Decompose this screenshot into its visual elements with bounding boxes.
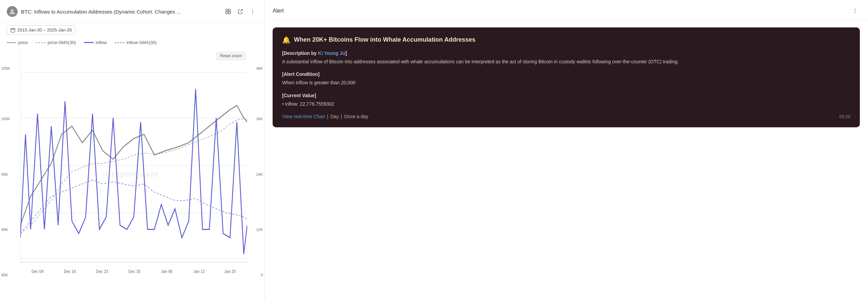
current-value-bullet: • (282, 101, 284, 107)
y-right-36k: 36K (256, 117, 263, 121)
date-range-button[interactable]: 2015-Jan-30 ~ 2025-Jan-26 (7, 25, 76, 35)
svg-rect-2 (229, 9, 231, 11)
svg-text:Jan 13: Jan 13 (193, 269, 205, 274)
svg-rect-1 (226, 9, 228, 11)
svg-point-23 (855, 9, 855, 9)
svg-point-25 (855, 12, 855, 13)
y-left-100k: 100K (1, 117, 10, 121)
alert-footer: View real-time Chart | Day | Once a day … (282, 114, 850, 119)
legend-inflow-sma: inflow-SMA(30) (115, 40, 157, 45)
chart-svg: Dec 09 Dec 16 Dec 23 Dec 30 Jan 06 Jan 1… (20, 52, 247, 283)
y-left-85k: 85K (1, 273, 8, 277)
legend-inflow-sma-label: inflow-SMA(30) (126, 40, 157, 45)
svg-point-5 (252, 9, 253, 10)
alert-card: 🔔 When 20K+ Bitcoins Flow into Whale Acc… (273, 27, 860, 127)
description-label: [Description by Ki Young Ju] (282, 50, 850, 56)
ki-young-ju-link[interactable]: Ki Young Ju (318, 50, 345, 56)
date-range-text: 2015-Jan-30 ~ 2025-Jan-26 (17, 27, 72, 33)
y-right-48k: 48K (256, 66, 263, 70)
current-value-body: • inflow: 22,776.7559302 (282, 100, 850, 108)
svg-rect-8 (11, 28, 15, 32)
svg-rect-3 (226, 12, 228, 14)
y-right-0: 0 (261, 273, 263, 277)
description-body: A substantial inflow of Bitcoin into add… (282, 58, 850, 65)
current-value-label: [Current Value] (282, 93, 850, 98)
alert-condition-body: When inflow is greater than 20,000 (282, 79, 850, 86)
left-panel: BTC: Inflows to Accumulation Addresses (… (0, 0, 264, 300)
date-range-bar: 2015-Jan-30 ~ 2025-Jan-26 (0, 22, 264, 38)
chart-header: BTC: Inflows to Accumulation Addresses (… (0, 0, 264, 22)
chart-title: BTC: Inflows to Accumulation Addresses (… (21, 9, 220, 15)
header-icons (223, 7, 257, 16)
price-sma-line-icon (36, 42, 45, 43)
alert-condition-label: [Alert Condition] (282, 71, 850, 77)
price-line-icon (7, 42, 16, 43)
alert-header: Alert (264, 0, 868, 21)
y-left-95k: 95K (1, 172, 8, 176)
svg-point-0 (11, 9, 14, 12)
svg-point-24 (855, 10, 855, 11)
external-link-icon[interactable] (236, 7, 245, 16)
footer-frequency-1: Day (330, 114, 339, 119)
inflow-line-icon (84, 42, 94, 43)
expand-icon[interactable] (223, 7, 233, 16)
footer-separator-1: | (327, 114, 329, 119)
svg-rect-4 (229, 12, 231, 14)
svg-text:Dec 16: Dec 16 (64, 269, 76, 274)
footer-left: View real-time Chart | Day | Once a day (282, 114, 368, 119)
y-right-24k: 24K (256, 172, 263, 176)
y-right-12k: 12K (256, 228, 263, 232)
alert-more-options-icon[interactable] (850, 6, 860, 16)
current-value-text: inflow: 22,776.7559302 (285, 101, 334, 107)
legend-bar: price price-SMA(30) inflow inflow-SMA(30… (0, 38, 264, 48)
legend-price: price (7, 40, 28, 45)
right-panel: Alert 🔔 When 20K+ Bitcoins Flow into Wha… (264, 0, 868, 300)
alert-section-title: Alert (273, 8, 284, 14)
svg-text:Dec 30: Dec 30 (129, 269, 140, 274)
alert-card-title: 🔔 When 20K+ Bitcoins Flow into Whale Acc… (282, 36, 850, 44)
legend-inflow-label: inflow (96, 40, 107, 45)
legend-price-label: price (18, 40, 28, 45)
reset-zoom-button[interactable]: Reset zoom (216, 52, 245, 60)
avatar (7, 6, 18, 17)
svg-text:Jan 20: Jan 20 (224, 269, 236, 274)
bell-icon: 🔔 (282, 36, 291, 44)
footer-separator-2: | (341, 114, 342, 119)
inflow-sma-line-icon (115, 42, 124, 43)
legend-price-sma-label: price-SMA(30) (47, 40, 76, 45)
timestamp: 05:20 (839, 114, 850, 119)
footer-frequency-2: Once a day (344, 114, 369, 119)
svg-text:Dec 23: Dec 23 (96, 269, 108, 274)
legend-inflow: inflow (84, 40, 107, 45)
svg-point-6 (252, 11, 253, 12)
more-options-icon[interactable] (248, 7, 257, 16)
legend-price-sma: price-SMA(30) (36, 40, 76, 45)
y-left-105k: 105K (1, 66, 10, 70)
view-chart-link[interactable]: View real-time Chart (282, 114, 325, 119)
chart-area: Reset zoom CryptoQuant 105K 100K 95K 90K… (0, 48, 264, 300)
svg-point-7 (252, 13, 253, 14)
alert-card-title-text: When 20K+ Bitcoins Flow into Whale Accum… (294, 36, 475, 44)
y-left-90k: 90K (1, 228, 8, 232)
svg-text:Jan 06: Jan 06 (161, 269, 173, 274)
svg-text:Dec 09: Dec 09 (32, 269, 43, 274)
